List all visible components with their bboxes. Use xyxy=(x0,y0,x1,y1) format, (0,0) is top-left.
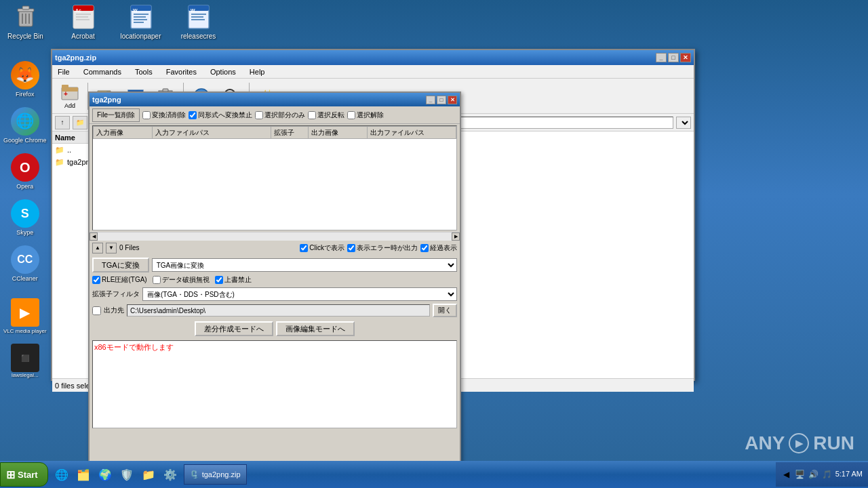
error-output-label: 表示エラー時が出力 xyxy=(357,243,418,253)
data-error-checkbox[interactable] xyxy=(153,276,161,284)
file-list-name-header: Name xyxy=(55,134,75,142)
chrome-icon: 🌐 xyxy=(11,107,39,136)
scroll-left-btn[interactable]: ◀ xyxy=(90,232,98,241)
status-up-btn[interactable]: ▲ xyxy=(92,243,103,253)
sidebar-icon-vlc[interactable]: ▶ VLC media player xyxy=(3,298,47,334)
taskbar-folder-icon[interactable]: 📁 xyxy=(139,465,158,484)
opera-label: Opera xyxy=(16,183,33,190)
status-down-btn[interactable]: ▼ xyxy=(106,243,117,253)
sidebar-apps: 🦊 Firefox 🌐 Google Chrome O Opera S Skyp… xyxy=(3,61,47,386)
releasecres-icon: W xyxy=(185,3,212,30)
nav-folder-btn[interactable]: 📁 xyxy=(73,116,87,129)
app-options-row: RLE圧縮(TGA) データ破損無視 上書禁止 xyxy=(90,274,460,286)
menu-help[interactable]: Help xyxy=(247,66,268,77)
tga-convert-btn[interactable]: TGAに変換 xyxy=(92,258,149,272)
taskbar-tray: ◀ 🖥️ 🔊 🎵 5:17 AM xyxy=(776,462,868,487)
skype-label: Skype xyxy=(16,229,33,236)
desktop-icon-releasecres[interactable]: W releasecres xyxy=(176,3,220,41)
taskbar: ⊞ Start 🌐 🗂️ 🌍 🛡️ 📁 ⚙️ 🗜️ tga2png.zip ◀ … xyxy=(0,461,868,488)
filter-select[interactable]: 画像(TGA・DDS・PSD含む) xyxy=(142,287,457,301)
output-label: 出力先 xyxy=(104,306,124,315)
anyrun-play-icon: ▶ xyxy=(789,433,809,453)
checkbox-row-1: 変換済削除 xyxy=(142,110,186,120)
sidebar-icon-opera[interactable]: O Opera xyxy=(3,153,47,190)
svg-rect-23 xyxy=(191,16,203,18)
svg-rect-17 xyxy=(134,19,147,20)
taskbar-media-icon[interactable]: 🗂️ xyxy=(74,465,93,484)
delete-converted-checkbox[interactable] xyxy=(142,111,151,119)
col-input-image: 入力画像 xyxy=(94,127,153,139)
lawslegal-label: lawslegal... xyxy=(12,372,39,378)
sidebar-icon-lawslegal[interactable]: ⬛ lawslegal... xyxy=(3,344,47,378)
sidebar-icon-chrome[interactable]: 🌐 Google Chrome xyxy=(3,107,47,144)
data-error-label: データ破損無視 xyxy=(162,275,210,285)
output-path-input[interactable]: C:¥Users¥admin¥Desktop¥ xyxy=(127,304,430,317)
svg-text:Ac: Ac xyxy=(75,8,81,13)
rle-row: RLE圧縮(TGA) xyxy=(92,275,147,285)
app-toolbar: File一覧削除 変換済削除 同形式へ変換禁止 選択部分のみ 選択反転 選択解除 xyxy=(90,106,460,124)
taskbar-task-tga2png[interactable]: 🗜️ tga2png.zip xyxy=(184,464,247,485)
main-window-close[interactable]: ✕ xyxy=(680,53,691,62)
same-format-checkbox[interactable] xyxy=(189,111,197,119)
tray-volume-icon[interactable]: 🔊 xyxy=(808,469,819,480)
svg-rect-2 xyxy=(22,6,29,9)
taskbar-settings-icon[interactable]: ⚙️ xyxy=(161,465,180,484)
selection-only-checkbox[interactable] xyxy=(255,111,263,119)
svg-text:W: W xyxy=(191,8,195,13)
main-window-titlebar: tga2png.zip _ □ ✕ xyxy=(52,50,694,65)
output-open-btn[interactable]: 開く xyxy=(433,304,457,317)
rle-checkbox[interactable] xyxy=(92,276,100,284)
sidebar-icon-firefox[interactable]: 🦊 Firefox xyxy=(3,61,47,98)
desktop-icon-recycle-bin[interactable]: Recycle Bin xyxy=(3,3,47,41)
menu-options[interactable]: Options xyxy=(208,66,239,77)
sidebar-icon-skype[interactable]: S Skype xyxy=(3,199,47,236)
files-count: 0 Files xyxy=(119,244,139,251)
app-filter-row: 拡張子フィルタ 画像(TGA・DDS・PSD含む) xyxy=(90,286,460,302)
desktop-icon-acrobat[interactable]: Ac Acrobat xyxy=(61,3,105,41)
tray-network-icon[interactable]: 🖥️ xyxy=(795,469,806,480)
taskbar-ie-icon[interactable]: 🌐 xyxy=(52,465,71,484)
menu-file[interactable]: File xyxy=(55,66,73,77)
scroll-right-btn[interactable]: ▶ xyxy=(452,232,460,241)
click-display-checkbox[interactable] xyxy=(300,244,308,252)
selection-only-label: 選択部分のみ xyxy=(264,110,305,120)
nav-up-btn[interactable]: ↑ xyxy=(55,116,70,129)
main-window-restore[interactable]: □ xyxy=(668,53,679,62)
app-restore[interactable]: □ xyxy=(437,96,446,104)
svg-rect-38 xyxy=(163,89,168,92)
start-label: Start xyxy=(18,470,38,480)
anyrun-logo: ANY ▶ RUN xyxy=(745,432,854,454)
toolbar-add-btn[interactable]: + Add xyxy=(56,82,83,110)
tray-arrow-icon[interactable]: ◀ xyxy=(781,469,792,480)
svg-text:W: W xyxy=(133,8,138,13)
taskbar-chrome-icon[interactable]: 🌍 xyxy=(96,465,115,484)
main-window-controls: _ □ ✕ xyxy=(656,53,691,62)
col-output-image: 出力画像 xyxy=(308,127,367,139)
desktop-icon-locationpaper[interactable]: W locationpaper xyxy=(119,3,163,41)
no-overwrite-checkbox[interactable] xyxy=(215,276,223,284)
app-close[interactable]: ✕ xyxy=(448,96,457,104)
sidebar-icon-ccleaner[interactable]: CC CCleaner xyxy=(3,245,47,282)
menu-commands[interactable]: Commands xyxy=(81,66,124,77)
progress-display-label: 経過表示 xyxy=(430,243,457,253)
vlc-label: VLC media player xyxy=(3,328,47,334)
start-button[interactable]: ⊞ Start xyxy=(0,462,48,487)
invert-selection-checkbox[interactable] xyxy=(308,111,316,119)
taskbar-security-icon[interactable]: 🛡️ xyxy=(117,465,136,484)
output-checkbox[interactable] xyxy=(92,306,101,315)
diff-mode-btn[interactable]: 差分作成モードへ xyxy=(195,321,273,336)
image-edit-mode-btn[interactable]: 画像編集モードへ xyxy=(276,321,355,336)
menu-favorites[interactable]: Favorites xyxy=(163,66,199,77)
tray-audio-icon[interactable]: 🎵 xyxy=(822,469,833,480)
convert-format-select[interactable]: TGA画像に変換 xyxy=(152,258,457,272)
error-output-checkbox[interactable] xyxy=(347,244,355,252)
remove-selection-checkbox[interactable] xyxy=(347,111,355,119)
main-window-minimize[interactable]: _ xyxy=(656,53,667,62)
recycle-bin-label: Recycle Bin xyxy=(7,33,43,41)
nav-view-select[interactable] xyxy=(676,117,691,129)
file-list-delete-btn[interactable]: File一覧削除 xyxy=(92,108,140,122)
progress-display-checkbox[interactable] xyxy=(420,244,429,252)
scroll-track[interactable] xyxy=(98,232,452,241)
app-minimize[interactable]: _ xyxy=(426,96,435,104)
menu-tools[interactable]: Tools xyxy=(132,66,155,77)
